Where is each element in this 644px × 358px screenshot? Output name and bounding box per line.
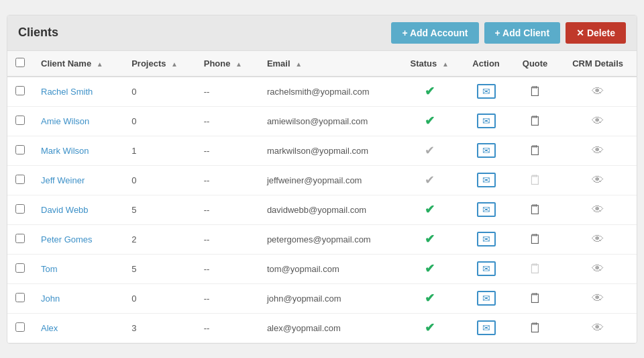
projects-cell: 0 [123, 283, 196, 313]
row-checkbox[interactable] [15, 86, 25, 95]
client-name-link[interactable]: Jeff Weiner [41, 175, 85, 185]
select-all-checkbox[interactable] [15, 58, 25, 67]
col-email[interactable]: Email ▲ [259, 51, 398, 77]
crm-cell[interactable]: 👁 [559, 77, 637, 107]
projects-cell: 2 [123, 224, 196, 254]
quote-cell[interactable]: 🗒 [511, 106, 559, 136]
quote-icon-disabled: 🗒 [529, 261, 542, 277]
action-cell[interactable]: ✉ [461, 254, 511, 283]
crm-eye-icon[interactable]: 👁 [592, 173, 604, 187]
panel-title: Clients [18, 26, 58, 40]
email-action-icon[interactable]: ✉ [477, 261, 496, 276]
table-row: Alex3--alex@yopmail.com✔✉🗒👁 [7, 313, 637, 343]
phone-cell: -- [196, 106, 259, 136]
quote-icon[interactable]: 🗒 [529, 84, 542, 99]
quote-cell[interactable]: 🗒 [511, 254, 559, 283]
action-cell[interactable]: ✉ [461, 136, 511, 165]
row-checkbox[interactable] [15, 234, 25, 243]
email-action-icon[interactable]: ✉ [477, 84, 496, 99]
crm-eye-icon[interactable]: 👁 [592, 203, 604, 216]
row-checkbox[interactable] [15, 145, 25, 154]
quote-cell[interactable]: 🗒 [511, 165, 559, 195]
quote-icon[interactable]: 🗒 [529, 232, 542, 247]
phone-cell: -- [196, 77, 259, 107]
client-name-link[interactable]: Peter Gomes [41, 234, 93, 244]
crm-eye-icon[interactable]: 👁 [592, 262, 604, 275]
crm-cell[interactable]: 👁 [559, 136, 637, 165]
crm-eye-icon[interactable]: 👁 [592, 114, 604, 128]
email-action-icon[interactable]: ✉ [477, 173, 496, 187]
action-cell[interactable]: ✉ [461, 106, 511, 136]
action-cell[interactable]: ✉ [461, 195, 511, 224]
row-checkbox[interactable] [15, 322, 25, 332]
email-action-icon[interactable]: ✉ [477, 143, 496, 158]
col-crm: CRM Details [559, 51, 637, 77]
crm-cell[interactable]: 👁 [559, 165, 637, 195]
action-cell[interactable]: ✉ [461, 224, 511, 254]
client-name-link[interactable]: David Webb [41, 205, 89, 215]
row-checkbox[interactable] [15, 175, 25, 184]
quote-cell[interactable]: 🗒 [511, 136, 559, 165]
status-active-icon: ✔ [425, 203, 435, 216]
crm-eye-icon[interactable]: 👁 [592, 85, 604, 98]
client-name-link[interactable]: John [41, 294, 60, 304]
phone-cell: -- [196, 195, 259, 224]
action-cell[interactable]: ✉ [461, 165, 511, 195]
action-cell[interactable]: ✉ [461, 77, 511, 107]
delete-button[interactable]: ✕ Delete [566, 22, 626, 44]
projects-cell: 1 [123, 136, 196, 165]
crm-cell[interactable]: 👁 [559, 313, 637, 343]
email-action-icon[interactable]: ✉ [477, 202, 496, 217]
email-action-icon[interactable]: ✉ [477, 114, 496, 128]
email-cell: rachelsmith@yopmail.com [259, 77, 398, 107]
client-name-link[interactable]: Amie Wilson [41, 116, 89, 126]
projects-cell: 0 [123, 106, 196, 136]
status-cell: ✔ [398, 106, 461, 136]
status-cell: ✔ [398, 224, 461, 254]
quote-cell[interactable]: 🗒 [511, 283, 559, 313]
col-phone[interactable]: Phone ▲ [196, 51, 259, 77]
col-status[interactable]: Status ▲ [398, 51, 461, 77]
crm-eye-icon[interactable]: 👁 [592, 232, 604, 246]
action-cell[interactable]: ✉ [461, 283, 511, 313]
client-name-link[interactable]: Rachel Smith [41, 87, 93, 97]
crm-eye-icon[interactable]: 👁 [592, 144, 604, 157]
email-action-icon[interactable]: ✉ [477, 320, 496, 335]
add-account-button[interactable]: + Add Account [391, 22, 478, 44]
row-checkbox[interactable] [15, 204, 25, 214]
col-projects[interactable]: Projects ▲ [123, 51, 196, 77]
crm-cell[interactable]: 👁 [559, 224, 637, 254]
panel-header: Clients + Add Account + Add Client ✕ Del… [7, 15, 637, 51]
client-name-link[interactable]: Tom [41, 264, 58, 274]
select-all-header[interactable] [7, 51, 33, 77]
client-name-link[interactable]: Alex [41, 323, 58, 333]
crm-eye-icon[interactable]: 👁 [592, 321, 604, 334]
status-cell: ✔ [398, 77, 461, 107]
quote-icon[interactable]: 🗒 [529, 320, 542, 336]
email-action-icon[interactable]: ✉ [477, 232, 496, 247]
col-client-name[interactable]: Client Name ▲ [33, 51, 123, 77]
table-row: Rachel Smith0--rachelsmith@yopmail.com✔✉… [7, 77, 637, 107]
action-cell[interactable]: ✉ [461, 313, 511, 343]
crm-cell[interactable]: 👁 [559, 195, 637, 224]
row-checkbox[interactable] [15, 116, 25, 125]
crm-eye-icon[interactable]: 👁 [592, 292, 604, 305]
add-client-button[interactable]: + Add Client [484, 22, 561, 44]
crm-cell[interactable]: 👁 [559, 106, 637, 136]
row-checkbox[interactable] [15, 293, 25, 302]
status-cell: ✔ [398, 283, 461, 313]
quote-icon[interactable]: 🗒 [529, 143, 542, 159]
quote-icon[interactable]: 🗒 [529, 202, 542, 218]
quote-cell[interactable]: 🗒 [511, 313, 559, 343]
quote-icon[interactable]: 🗒 [529, 291, 542, 306]
crm-cell[interactable]: 👁 [559, 254, 637, 283]
quote-cell[interactable]: 🗒 [511, 224, 559, 254]
client-name-link[interactable]: Mark Wilson [41, 146, 89, 156]
quote-cell[interactable]: 🗒 [511, 77, 559, 107]
quote-icon[interactable]: 🗒 [529, 114, 542, 129]
row-checkbox[interactable] [15, 263, 25, 273]
crm-cell[interactable]: 👁 [559, 283, 637, 313]
quote-cell[interactable]: 🗒 [511, 195, 559, 224]
email-action-icon[interactable]: ✉ [477, 291, 496, 306]
header-actions: + Add Account + Add Client ✕ Delete [391, 22, 626, 44]
